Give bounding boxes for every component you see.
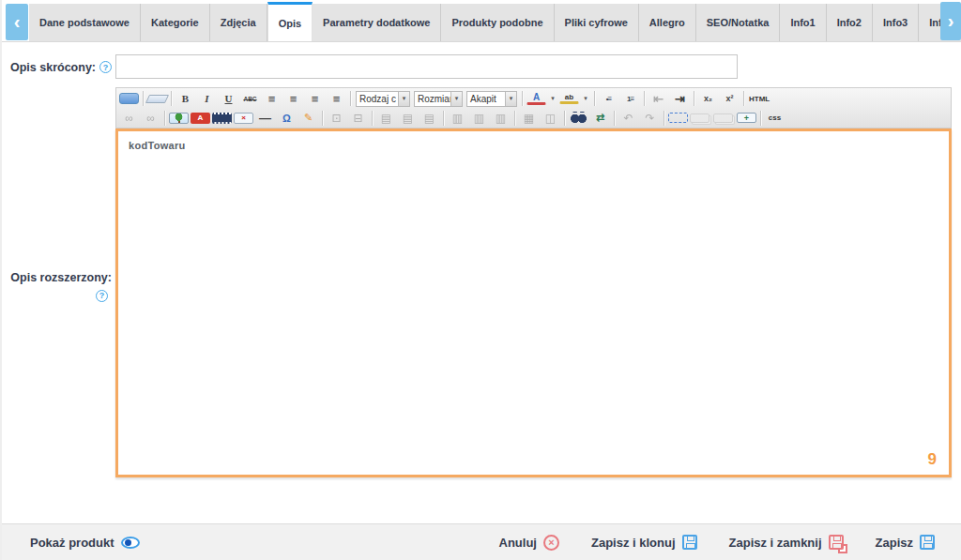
tab-kategorie[interactable]: Kategorie bbox=[141, 4, 210, 41]
indent-icon[interactable]: ⇥ bbox=[670, 90, 690, 107]
font-family-select[interactable]: Rodzaj c▾ bbox=[356, 91, 410, 107]
zapisz-i-zamknij-button[interactable]: Zapisz i zamknij bbox=[729, 535, 844, 550]
toolbar-separator bbox=[694, 91, 694, 106]
italic-icon[interactable]: I bbox=[197, 90, 217, 107]
remove-layer-icon: ⊟ bbox=[348, 110, 368, 127]
toolbar-separator bbox=[760, 111, 761, 126]
insert-pdf-icon[interactable]: A bbox=[191, 113, 210, 124]
anuluj-label: Anuluj bbox=[499, 536, 537, 550]
paste-style-icon bbox=[713, 114, 733, 123]
insert-layer-icon: ⊡ bbox=[327, 110, 346, 127]
select-all-icon[interactable] bbox=[668, 113, 688, 123]
insert-image-icon[interactable] bbox=[169, 113, 189, 124]
strikethrough-icon[interactable]: ABC bbox=[240, 90, 260, 107]
toolbar-separator bbox=[350, 91, 351, 106]
editor-text: kodTowaru bbox=[118, 131, 949, 159]
merge-cells-icon: ▦ bbox=[519, 110, 539, 127]
tab-opis[interactable]: Opis bbox=[267, 2, 313, 41]
toolbar-separator bbox=[171, 91, 172, 106]
tab-dane-podstawowe[interactable]: Dane podstawowe bbox=[29, 4, 141, 41]
special-char-icon[interactable]: Ω bbox=[277, 110, 297, 127]
tabs-scroll-left-button[interactable]: ‹ bbox=[6, 4, 28, 40]
toolbar-separator bbox=[743, 91, 744, 106]
toolbar-separator bbox=[664, 111, 664, 126]
help-icon[interactable]: ? bbox=[96, 290, 108, 302]
horizontal-rule-icon[interactable]: — bbox=[255, 110, 275, 127]
opis-tab-panel: Opis skrócony:? Opis rozszerzony: ? BIUA… bbox=[2, 42, 961, 523]
toolbar-separator bbox=[594, 91, 595, 106]
toolbar-separator bbox=[143, 91, 144, 106]
unlink-icon: ∞ bbox=[141, 110, 160, 127]
remove-format-icon[interactable] bbox=[145, 95, 169, 103]
tab-pliki-cyfrowe[interactable]: Pliki cyfrowe bbox=[555, 4, 639, 41]
align-center-icon[interactable]: ≡ bbox=[283, 90, 303, 107]
format-select-value: Akapit bbox=[467, 94, 505, 104]
font-color-icon[interactable]: A bbox=[526, 93, 546, 105]
help-icon[interactable]: ? bbox=[99, 61, 112, 73]
zapisz-label: Zapisz bbox=[876, 536, 913, 550]
tab-produkty-podobne[interactable]: Produkty podobne bbox=[441, 4, 554, 41]
css-button[interactable]: css bbox=[765, 110, 785, 127]
insert-col-after-icon: ▥ bbox=[469, 110, 489, 127]
tab-seo-notatka[interactable]: SEO/Notatka bbox=[696, 4, 781, 41]
html-source-button[interactable]: HTML bbox=[748, 90, 770, 107]
tab-info1[interactable]: Info1 bbox=[780, 4, 826, 41]
toolbar-separator bbox=[443, 111, 444, 126]
format-select-arrow-icon: ▾ bbox=[505, 92, 516, 106]
font-size-select[interactable]: Rozmiar▾ bbox=[414, 91, 463, 107]
save-close-icon bbox=[829, 535, 844, 550]
subscript-icon[interactable]: x₂ bbox=[698, 90, 718, 107]
tabs-strip: Dane podstawoweKategorieZdjęciaOpisParam… bbox=[29, 0, 961, 41]
insert-col-before-icon: ▥ bbox=[448, 110, 467, 127]
underline-icon[interactable]: U bbox=[219, 90, 238, 107]
insert-media-icon[interactable] bbox=[212, 113, 232, 124]
save-icon bbox=[682, 535, 697, 550]
short-description-input[interactable] bbox=[115, 54, 738, 79]
tab-parametry-dodatkowe[interactable]: Parametry dodatkowe bbox=[313, 4, 441, 41]
paste-plus-icon[interactable]: + bbox=[737, 113, 756, 123]
align-right-icon[interactable]: ≡ bbox=[305, 90, 325, 107]
bullet-list-icon[interactable]: •≡ bbox=[599, 90, 618, 107]
find-icon[interactable] bbox=[569, 112, 588, 124]
tab-bar: ‹ Dane podstawoweKategorieZdjęciaOpisPar… bbox=[2, 0, 961, 42]
numbered-list-icon[interactable]: 1≡ bbox=[620, 90, 640, 107]
editor-content[interactable]: kodTowaru 9 bbox=[115, 129, 952, 477]
highlight-color-icon[interactable]: ab bbox=[559, 93, 579, 104]
tab-info2[interactable]: Info2 bbox=[827, 4, 873, 41]
tab-zdjecia[interactable]: Zdjęcia bbox=[210, 4, 267, 41]
toolbar-row-1: BIUABC≡≡≡≡Rodzaj c▾Rozmiar▾Akapit▾A▾ab▾•… bbox=[118, 89, 949, 108]
highlight-color-menu-icon[interactable]: ▾ bbox=[581, 90, 590, 107]
delete-col-icon: ▥ bbox=[491, 110, 511, 127]
undo-icon: ↶ bbox=[618, 110, 638, 127]
find-replace-icon[interactable]: ⇄ bbox=[590, 110, 610, 127]
toolbar-separator bbox=[614, 111, 615, 126]
remove-image-icon[interactable]: × bbox=[234, 113, 253, 124]
anuluj-button[interactable]: Anuluj× bbox=[499, 535, 559, 551]
align-justify-icon[interactable]: ≡ bbox=[327, 90, 346, 107]
font-color-menu-icon[interactable]: ▾ bbox=[548, 90, 557, 107]
toolbar-separator bbox=[514, 111, 515, 126]
bold-icon[interactable]: B bbox=[175, 90, 195, 107]
show-product-label: Pokaż produkt bbox=[30, 536, 114, 550]
zapisz-i-klonuj-label: Zapisz i klonuj bbox=[591, 536, 676, 550]
show-product-button[interactable]: Pokaż produkt bbox=[30, 536, 140, 550]
short-description-label: Opis skrócony: bbox=[10, 61, 96, 74]
align-left-icon[interactable]: ≡ bbox=[262, 90, 282, 107]
toolbar-separator bbox=[372, 111, 373, 126]
outdent-icon: ⇤ bbox=[648, 90, 668, 107]
superscript-icon[interactable]: x² bbox=[720, 90, 740, 107]
zapisz-button[interactable]: Zapisz bbox=[876, 535, 935, 550]
tab-info3[interactable]: Info3 bbox=[873, 4, 919, 41]
footer-actions: Anuluj×Zapisz i klonujZapisz i zamknijZa… bbox=[499, 535, 935, 551]
tabs-scroll-right-button[interactable]: › bbox=[940, 2, 961, 40]
toggle-editor-icon[interactable] bbox=[119, 93, 139, 104]
rich-text-editor: BIUABC≡≡≡≡Rodzaj c▾Rozmiar▾Akapit▾A▾ab▾•… bbox=[115, 87, 952, 477]
tab-allegro[interactable]: Allegro bbox=[639, 4, 696, 41]
insert-template-icon[interactable]: ✎ bbox=[298, 110, 318, 127]
toolbar-row-2: ∞∞A×—Ω✎⊡⊟▤▤▤▥▥▥▦◫⇄↶↷+css bbox=[118, 108, 949, 127]
zapisz-i-klonuj-button[interactable]: Zapisz i klonuj bbox=[591, 535, 697, 550]
format-select[interactable]: Akapit▾ bbox=[466, 91, 517, 107]
font-family-select-value: Rodzaj c bbox=[357, 94, 398, 104]
font-family-select-arrow-icon: ▾ bbox=[398, 92, 409, 106]
copy-style-icon bbox=[690, 114, 709, 123]
